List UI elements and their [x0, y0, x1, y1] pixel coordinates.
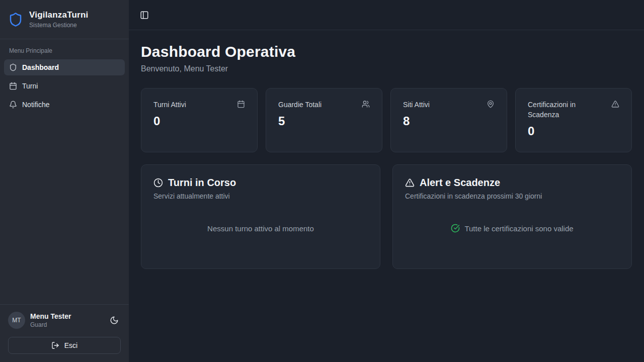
calendar-icon — [9, 82, 17, 90]
bell-icon — [9, 101, 17, 109]
stats-grid: Turni Attivi 0 Guardie Totali 5 — [141, 88, 632, 152]
shield-icon — [9, 63, 17, 71]
user-name: Menu Tester — [30, 312, 71, 320]
panel-alert-scadenze: Alert e Scadenze Certificazioni in scade… — [392, 164, 632, 269]
stat-value: 5 — [278, 114, 370, 128]
topbar — [129, 0, 644, 30]
alert-triangle-icon — [405, 178, 415, 188]
panel-turni-in-corso: Turni in Corso Servizi attualmente attiv… — [141, 164, 380, 269]
stat-label: Certificazioni in Scadenza — [528, 100, 607, 120]
panel-title: Alert e Scadenze — [420, 177, 500, 189]
shield-icon — [8, 12, 23, 27]
empty-state-text: Tutte le certificazioni sono valide — [464, 224, 573, 233]
log-out-icon — [51, 341, 59, 349]
check-circle-icon — [451, 224, 460, 233]
sidebar-item-label: Dashboard — [22, 63, 59, 71]
sidebar-item-dashboard[interactable]: Dashboard — [4, 59, 125, 75]
panel-title: Turni in Corso — [168, 177, 236, 189]
theme-toggle-button[interactable] — [108, 314, 121, 327]
sidebar-item-turni[interactable]: Turni — [4, 78, 125, 94]
stat-card-certificazioni: Certificazioni in Scadenza 0 — [515, 88, 632, 152]
menu-section-label: Menu Principale — [4, 44, 125, 59]
clock-icon — [153, 178, 163, 188]
stat-value: 0 — [153, 114, 245, 128]
stat-label: Turni Attivi — [153, 100, 186, 110]
logout-label: Esci — [64, 341, 77, 349]
avatar: MT — [8, 312, 25, 329]
main-area: Dashboard Operativa Benvenuto, Menu Test… — [129, 0, 644, 362]
stat-card-guardie-totali: Guardie Totali 5 — [266, 88, 382, 152]
logout-button[interactable]: Esci — [8, 337, 121, 354]
moon-icon — [110, 316, 119, 325]
app-header: VigilanzaTurni Sistema Gestione — [0, 0, 129, 39]
panel-left-icon — [140, 11, 149, 20]
stat-label: Guardie Totali — [278, 100, 321, 110]
sidebar-footer: MT Menu Tester Guard Esci — [0, 304, 129, 362]
stat-value: 0 — [528, 124, 619, 138]
user-row: MT Menu Tester Guard — [8, 312, 121, 329]
sidebar-toggle-button[interactable] — [137, 8, 152, 23]
app-title: VigilanzaTurni — [29, 10, 88, 20]
app-subtitle: Sistema Gestione — [29, 22, 88, 29]
empty-state-text: Nessun turno attivo al momento — [207, 224, 314, 233]
sidebar-item-label: Turni — [22, 82, 38, 90]
page-subtitle: Benvenuto, Menu Tester — [141, 64, 632, 73]
stat-label: Siti Attivi — [403, 100, 430, 110]
sidebar-menu: Menu Principale Dashboard Turni Notifich… — [0, 39, 129, 304]
stat-card-siti-attivi: Siti Attivi 8 — [390, 88, 507, 152]
sidebar: VigilanzaTurni Sistema Gestione Menu Pri… — [0, 0, 129, 362]
stat-value: 8 — [403, 114, 495, 128]
user-role: Guard — [30, 321, 71, 328]
alert-triangle-icon — [611, 100, 619, 108]
sidebar-item-notifiche[interactable]: Notifiche — [4, 97, 125, 113]
panel-subtitle: Servizi attualmente attivi — [153, 192, 368, 200]
page-title: Dashboard Operativa — [141, 43, 632, 60]
calendar-icon — [237, 100, 245, 108]
panel-subtitle: Certificazioni in scadenza prossimi 30 g… — [405, 192, 619, 200]
dashboard-content: Dashboard Operativa Benvenuto, Menu Test… — [129, 30, 644, 282]
users-icon — [362, 100, 370, 108]
sidebar-item-label: Notifiche — [22, 101, 49, 109]
stat-card-turni-attivi: Turni Attivi 0 — [141, 88, 258, 152]
map-pin-icon — [487, 100, 495, 108]
panels-row: Turni in Corso Servizi attualmente attiv… — [141, 164, 632, 269]
